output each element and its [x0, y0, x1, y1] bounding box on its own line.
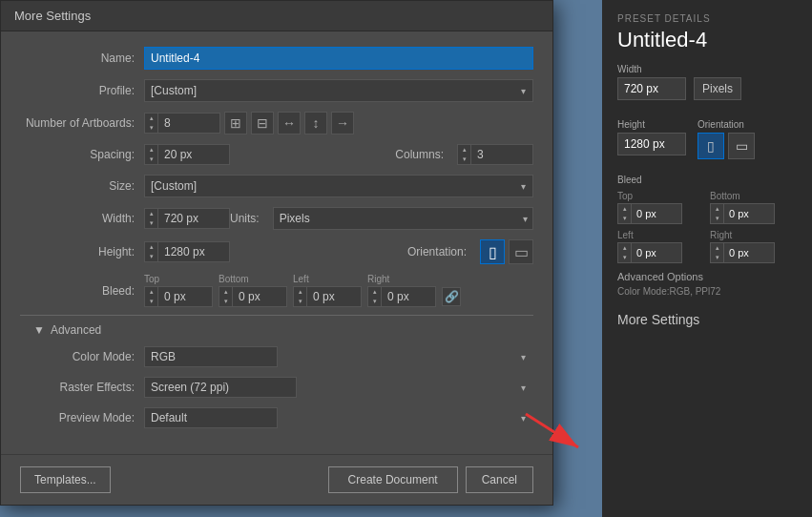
- artboards-row: Number of Artboards: ▴▾ ⊞ ⊟ ↔ ↕ →: [20, 112, 533, 134]
- link-icon[interactable]: 🔗: [442, 287, 461, 306]
- footer-right-buttons: Create Document Cancel: [328, 466, 533, 493]
- name-input[interactable]: [144, 47, 533, 70]
- spacing-label: Spacing:: [20, 148, 144, 161]
- bleed-section-right: Bleed Top ▴▾ 0 px Bottom ▴▾ 0 px Left ▴▾: [617, 175, 797, 263]
- preset-label: PRESET DETAILS: [617, 13, 797, 24]
- artboards-spin: ▴▾: [144, 113, 220, 134]
- artboard-icons: ⊞ ⊟ ↔ ↕ →: [224, 112, 354, 134]
- size-select[interactable]: [Custom]: [144, 175, 533, 197]
- height-orient-row: Height: ▴▾ Orientation: ▯ ▭: [20, 239, 533, 264]
- profile-label: Profile:: [20, 84, 144, 97]
- bleed-bottom-label: Bottom: [219, 274, 249, 284]
- landscape-btn-right[interactable]: ▭: [728, 133, 755, 159]
- bleed-right-group: Right ▴▾: [367, 274, 436, 307]
- color-mode-select[interactable]: RGB: [144, 346, 278, 367]
- bleed-left-label-right: Left: [617, 230, 704, 240]
- bleed-row: Bleed: Top ▴▾ Bottom ▴▾: [20, 274, 533, 307]
- profile-row: Profile: [Custom]: [20, 79, 533, 102]
- bleed-bottom-spin: ▴▾: [219, 286, 287, 307]
- bleed-bottom-input[interactable]: [233, 287, 285, 306]
- dialog-title: More Settings: [1, 1, 552, 31]
- name-row: Name:: [20, 47, 533, 70]
- right-panel: PRESET DETAILS Untitled-4 Width 720 px P…: [602, 0, 812, 517]
- landscape-btn[interactable]: ▭: [509, 239, 533, 264]
- bleed-top-group: Top ▴▾: [144, 274, 213, 307]
- grid-icon2[interactable]: ⊟: [251, 112, 274, 134]
- bleed-title-right: Bleed: [617, 175, 797, 185]
- portrait-btn-right[interactable]: ▯: [697, 133, 724, 159]
- width-units-row: Width: ▴▾ Units: Pixels: [20, 207, 533, 230]
- portrait-btn[interactable]: ▯: [480, 239, 505, 264]
- raster-label: Raster Effects:: [20, 381, 144, 394]
- color-mode-label: Color Mode:: [20, 350, 144, 363]
- width-spin: ▴▾: [144, 208, 230, 229]
- spacing-spin: ▴▾: [144, 144, 230, 165]
- more-settings-link[interactable]: More Settings: [617, 312, 797, 327]
- bleed-bottom-box-right: ▴▾ 0 px: [710, 203, 775, 224]
- width-label: Width:: [20, 212, 144, 225]
- size-label: Size:: [20, 179, 144, 193]
- bleed-left-label: Left: [293, 274, 309, 284]
- orientation-label-right: Orientation: [697, 119, 755, 130]
- divider: [20, 315, 533, 316]
- profile-select[interactable]: [Custom]: [144, 79, 533, 102]
- arrow-ud-icon[interactable]: ↕: [304, 112, 327, 134]
- spacing-input[interactable]: [158, 145, 211, 164]
- height-label: Height: [617, 119, 686, 130]
- raster-row: Raster Effects: Screen (72 ppi): [20, 377, 533, 398]
- artboards-label: Number of Artboards:: [20, 116, 144, 130]
- bleed-label: Bleed:: [20, 284, 144, 298]
- red-arrow-indicator: [516, 404, 593, 465]
- svg-line-1: [526, 414, 578, 447]
- bleed-bottom-label-right: Bottom: [710, 191, 797, 201]
- preview-label: Preview Mode:: [20, 411, 144, 424]
- create-button[interactable]: Create Document: [328, 466, 458, 493]
- width-label: Width: [617, 64, 741, 74]
- bleed-left-box-right: ▴▾ 0 px: [617, 242, 682, 263]
- width-unit[interactable]: Pixels: [694, 77, 741, 100]
- bleed-top-label-right: Top: [617, 191, 704, 201]
- orientation-label: Orientation:: [407, 245, 472, 258]
- color-mode-info: Color Mode:RGB, PPl72: [617, 286, 797, 297]
- bleed-top-input[interactable]: [158, 287, 211, 306]
- bleed-right-box-right: ▴▾ 0 px: [710, 242, 775, 263]
- arrow-right-icon[interactable]: →: [331, 112, 354, 134]
- artboards-input[interactable]: [158, 114, 211, 133]
- preset-name: Untitled-4: [617, 28, 797, 52]
- color-mode-row: Color Mode: RGB: [20, 346, 533, 367]
- bleed-right-label: Right: [367, 274, 389, 284]
- templates-button[interactable]: Templates...: [20, 466, 111, 493]
- bleed-left-spin: ▴▾: [293, 286, 362, 307]
- spacing-row: Spacing: ▴▾ Columns: ▴▾: [20, 144, 533, 165]
- height-value: 1280 px: [617, 133, 686, 155]
- width-input[interactable]: [158, 209, 211, 228]
- height-spin: ▴▾: [144, 241, 230, 262]
- arrow-lr-icon[interactable]: ↔: [278, 112, 301, 134]
- units-label: Units:: [230, 212, 265, 225]
- name-label: Name:: [20, 52, 144, 65]
- advanced-toggle[interactable]: ▼ Advanced: [20, 323, 533, 337]
- preview-row: Preview Mode: Default: [20, 407, 533, 428]
- cancel-button[interactable]: Cancel: [466, 466, 533, 493]
- bleed-top-box-right: ▴▾ 0 px: [617, 203, 682, 224]
- orientation-icons: ▯ ▭: [480, 239, 533, 264]
- more-settings-dialog: More Settings Name: Profile: [Custom] Nu…: [0, 0, 553, 506]
- bleed-right-spin: ▴▾: [367, 286, 436, 307]
- bleed-top-label: Top: [144, 274, 159, 284]
- bleed-right-input[interactable]: [382, 287, 434, 306]
- bleed-left-group: Left ▴▾: [293, 274, 362, 307]
- advanced-arrow: ▼: [33, 323, 45, 337]
- columns-input[interactable]: [471, 145, 524, 164]
- grid-icon[interactable]: ⊞: [224, 112, 247, 134]
- advanced-options-link[interactable]: Advanced Options: [617, 271, 797, 282]
- height-label: Height:: [20, 245, 144, 258]
- columns-label: Columns:: [395, 148, 449, 161]
- columns-spin: ▴▾: [457, 144, 533, 165]
- bleed-top-spin: ▴▾: [144, 286, 213, 307]
- width-value: 720 px: [617, 77, 686, 100]
- height-input[interactable]: [158, 242, 211, 261]
- raster-select[interactable]: Screen (72 ppi): [144, 377, 297, 398]
- units-select[interactable]: Pixels: [273, 207, 533, 230]
- preview-select[interactable]: Default: [144, 407, 278, 428]
- bleed-left-input[interactable]: [307, 287, 360, 306]
